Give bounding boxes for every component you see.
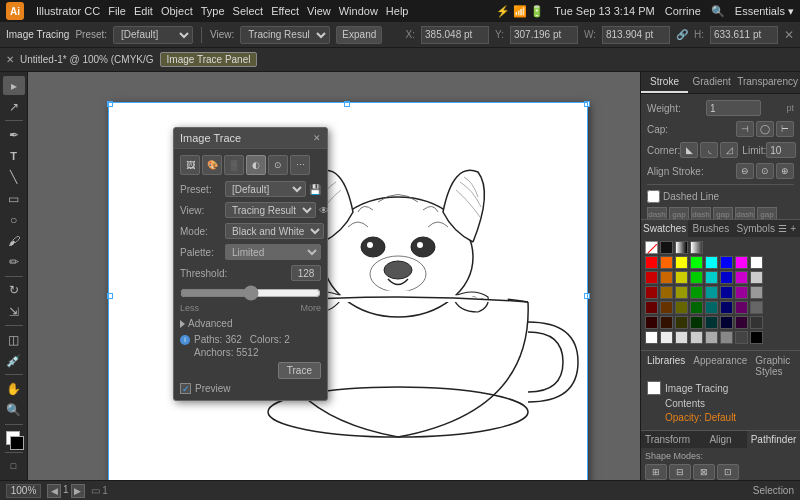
lib-tab-graphic[interactable]: Graphic Styles	[755, 355, 794, 377]
swatch-2-1[interactable]	[660, 286, 673, 299]
swatch-registration[interactable]	[660, 241, 673, 254]
tool-eyedrop[interactable]: 💉	[3, 351, 25, 370]
menu-file[interactable]: File	[108, 5, 126, 17]
tab-brushes[interactable]: Brushes	[688, 220, 733, 237]
swatch-4-3[interactable]	[690, 316, 703, 329]
view-select[interactable]: Tracing Result	[240, 26, 330, 44]
swatch-new-icon[interactable]: +	[790, 223, 796, 234]
swatch-2-0[interactable]	[645, 286, 658, 299]
trace-icon-color[interactable]: 🎨	[202, 155, 222, 175]
swatch-1-2[interactable]	[675, 271, 688, 284]
swatch-1-0[interactable]	[645, 271, 658, 284]
menu-type[interactable]: Type	[201, 5, 225, 17]
tool-select[interactable]: ▸	[3, 76, 25, 95]
limit-input[interactable]	[766, 142, 796, 158]
corner-bevel[interactable]: ◿	[720, 142, 738, 158]
expand-button[interactable]: Expand	[336, 26, 382, 44]
swatch-0-5[interactable]	[720, 256, 733, 269]
tab-symbols[interactable]: Symbols	[733, 220, 778, 237]
swatch-1-1[interactable]	[660, 271, 673, 284]
cap-butt[interactable]: ⊣	[736, 121, 754, 137]
swatch-0-7[interactable]	[750, 256, 763, 269]
nav-next[interactable]: ▶	[71, 484, 85, 498]
lib-tab-appearance[interactable]: Appearance	[693, 355, 747, 377]
draw-mode[interactable]: □	[3, 457, 25, 476]
tab-align[interactable]: Align	[694, 431, 747, 448]
selection-handle-tl[interactable]	[107, 101, 113, 107]
trace-icon-more[interactable]: ⋯	[290, 155, 310, 175]
swatch-0-6[interactable]	[735, 256, 748, 269]
tab-transparency[interactable]: Transparency	[735, 72, 800, 93]
swatch-5-1[interactable]	[660, 331, 673, 344]
dash1[interactable]: dash	[647, 207, 667, 219]
panel-preset-select[interactable]: [Default]	[225, 181, 306, 197]
tool-rotate[interactable]: ↻	[3, 281, 25, 300]
trace-icon-bw[interactable]: ◐	[246, 155, 266, 175]
swatch-0-4[interactable]	[705, 256, 718, 269]
tool-line[interactable]: ╲	[3, 168, 25, 187]
preset-select[interactable]: [Default]	[113, 26, 193, 44]
gap3[interactable]: gap	[757, 207, 777, 219]
shape-intersect[interactable]: ⊠	[693, 464, 715, 480]
swatch-3-0[interactable]	[645, 301, 658, 314]
dash3[interactable]: dash	[735, 207, 755, 219]
swatch-1-4[interactable]	[705, 271, 718, 284]
trace-icon-outline[interactable]: ⊙	[268, 155, 288, 175]
shape-minus[interactable]: ⊟	[669, 464, 691, 480]
tool-scale[interactable]: ⇲	[3, 302, 25, 321]
corner-round[interactable]: ◟	[700, 142, 718, 158]
menu-edit[interactable]: Edit	[134, 5, 153, 17]
panel-title-badge[interactable]: Image Trace Panel	[160, 52, 258, 67]
swatch-5-5[interactable]	[720, 331, 733, 344]
swatch-3-3[interactable]	[690, 301, 703, 314]
fill-stroke[interactable]	[3, 429, 25, 448]
trace-button[interactable]: Trace	[278, 362, 321, 379]
swatch-2-6[interactable]	[735, 286, 748, 299]
swatch-0-0[interactable]	[645, 256, 658, 269]
canvas-area[interactable]: Image Trace ✕ 🖼 🎨 ▒ ◐ ⊙ ⋯ Preset: [Def	[28, 72, 640, 480]
shape-exclude[interactable]: ⊡	[717, 464, 739, 480]
swatch-0-3[interactable]	[690, 256, 703, 269]
swatch-1-5[interactable]	[720, 271, 733, 284]
swatch-1-6[interactable]	[735, 271, 748, 284]
swatch-4-6[interactable]	[735, 316, 748, 329]
menu-help[interactable]: Help	[386, 5, 409, 17]
cap-square[interactable]: ⊢	[776, 121, 794, 137]
swatch-2-3[interactable]	[690, 286, 703, 299]
zoom-input[interactable]	[6, 484, 41, 498]
panel-preset-save[interactable]: 💾	[309, 184, 321, 195]
panel-mode-select[interactable]: Black and White	[225, 223, 324, 239]
lib-tab-libraries[interactable]: Libraries	[647, 355, 685, 377]
corner-miter[interactable]: ◣	[680, 142, 698, 158]
swatch-5-7[interactable]	[750, 331, 763, 344]
selection-handle-ml[interactable]	[107, 293, 113, 299]
swatch-1-7[interactable]	[750, 271, 763, 284]
align-center[interactable]: ⊖	[736, 163, 754, 179]
doc-close-btn[interactable]: ✕	[6, 54, 14, 65]
shape-unite[interactable]: ⊞	[645, 464, 667, 480]
tool-pencil[interactable]: ✏	[3, 253, 25, 272]
swatch-3-5[interactable]	[720, 301, 733, 314]
swatch-grad2[interactable]	[690, 241, 703, 254]
trace-icon-gray[interactable]: ▒	[224, 155, 244, 175]
menu-object[interactable]: Object	[161, 5, 193, 17]
tab-swatches[interactable]: Swatches	[641, 220, 688, 237]
nav-prev[interactable]: ◀	[47, 484, 61, 498]
threshold-input[interactable]	[291, 265, 321, 281]
swatch-3-2[interactable]	[675, 301, 688, 314]
swatch-4-7[interactable]	[750, 316, 763, 329]
dashed-checkbox[interactable]	[647, 190, 660, 203]
swatch-4-5[interactable]	[720, 316, 733, 329]
tab-stroke[interactable]: Stroke	[641, 72, 688, 93]
swatch-5-2[interactable]	[675, 331, 688, 344]
advanced-row[interactable]: Advanced	[180, 318, 321, 329]
cap-round[interactable]: ◯	[756, 121, 774, 137]
trace-panel-close[interactable]: ✕	[313, 133, 321, 143]
panel-view-eye[interactable]: 👁	[319, 205, 329, 216]
menu-illustrator[interactable]: Illustrator CC	[36, 5, 100, 17]
align-outside[interactable]: ⊕	[776, 163, 794, 179]
swatch-5-6[interactable]	[735, 331, 748, 344]
swatch-4-0[interactable]	[645, 316, 658, 329]
tool-brush[interactable]: 🖌	[3, 231, 25, 250]
swatch-3-6[interactable]	[735, 301, 748, 314]
